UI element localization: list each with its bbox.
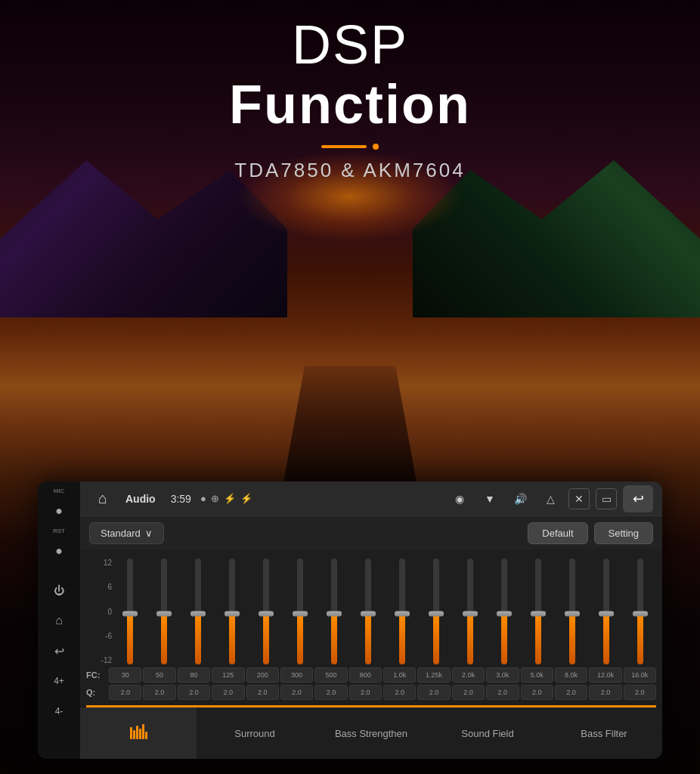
mic-btn[interactable]: ● — [45, 497, 73, 525]
home-icon-btn[interactable]: ⌂ — [89, 485, 116, 512]
fc-cells: 3050801252003005008001.0k1.25k2.0k3.0k5.… — [109, 667, 656, 683]
slider-track-1 — [161, 559, 167, 664]
slider-handle-12[interactable] — [531, 611, 546, 616]
svg-rect-4 — [142, 724, 144, 739]
volume-icon[interactable]: 🔊 — [508, 487, 532, 511]
tab-bass-filter[interactable]: Bass Filter — [546, 707, 662, 759]
q-cell-4[interactable]: 2.0 — [246, 685, 279, 700]
q-cell-7[interactable]: 2.0 — [349, 685, 382, 700]
q-cell-9[interactable]: 2.0 — [417, 685, 450, 700]
tab-bass-strengthen[interactable]: Bass Strengthen — [313, 707, 429, 759]
fc-cell-14[interactable]: 12.0k — [589, 667, 621, 683]
q-cell-5[interactable]: 2.0 — [280, 685, 313, 700]
scale-neg6: -6 — [94, 632, 112, 640]
slider-handle-14[interactable] — [599, 611, 614, 616]
back-sidebar-btn[interactable]: ↩ — [45, 637, 73, 664]
fc-cell-7[interactable]: 800 — [349, 667, 382, 683]
fc-cell-12[interactable]: 5.0k — [521, 667, 553, 683]
q-cell-0[interactable]: 2.0 — [109, 685, 141, 700]
tab-surround[interactable]: Surround — [197, 707, 313, 759]
slider-band-12[interactable] — [522, 559, 554, 664]
slider-band-14[interactable] — [590, 559, 622, 664]
slider-band-9[interactable] — [420, 559, 452, 664]
slider-fill-13 — [569, 614, 575, 664]
q-cell-6[interactable]: 2.0 — [314, 685, 347, 700]
fc-cell-1[interactable]: 50 — [143, 667, 175, 683]
slider-band-11[interactable] — [488, 559, 520, 664]
fc-cell-8[interactable]: 1.0k — [383, 667, 416, 683]
slider-handle-4[interactable] — [259, 611, 274, 616]
q-cell-10[interactable]: 2.0 — [452, 685, 485, 700]
fc-cell-9[interactable]: 1.25k — [417, 667, 450, 683]
slider-handle-15[interactable] — [633, 611, 648, 616]
fc-cell-6[interactable]: 500 — [314, 667, 347, 683]
slider-track-5 — [297, 559, 303, 664]
slider-band-10[interactable] — [454, 559, 486, 664]
rst-btn[interactable]: ● — [45, 537, 73, 565]
slider-handle-1[interactable] — [156, 611, 172, 616]
header-section: DSP Function TDA7850 & AKM7604 — [0, 15, 700, 182]
slider-band-6[interactable] — [317, 559, 350, 664]
fc-cell-2[interactable]: 80 — [178, 667, 210, 683]
q-cell-3[interactable]: 2.0 — [212, 685, 244, 700]
slider-handle-8[interactable] — [395, 611, 410, 616]
setting-btn[interactable]: Setting — [594, 522, 653, 544]
slider-fill-2 — [195, 614, 201, 664]
q-cell-12[interactable]: 2.0 — [521, 685, 553, 700]
slider-handle-10[interactable] — [463, 611, 478, 616]
fc-cell-4[interactable]: 200 — [246, 667, 279, 683]
vol-down-btn[interactable]: 4- — [45, 698, 73, 725]
vol-up-btn[interactable]: 4+ — [45, 667, 73, 695]
location-icon[interactable]: ◉ — [448, 487, 472, 511]
slider-handle-0[interactable] — [122, 611, 138, 616]
power-btn[interactable]: ⏻ — [45, 577, 73, 604]
dropdown-icon[interactable]: ▼ — [478, 487, 502, 511]
tab-sound-field[interactable]: Sound Field — [429, 707, 546, 759]
slider-track-10 — [467, 559, 473, 664]
fc-cell-10[interactable]: 2.0k — [452, 667, 485, 683]
slider-track-4 — [263, 559, 269, 664]
slider-handle-7[interactable] — [361, 611, 376, 616]
slider-handle-9[interactable] — [429, 611, 444, 616]
slider-handle-2[interactable] — [190, 611, 206, 616]
preset-dropdown[interactable]: Standard ∨ — [89, 522, 164, 544]
sound-field-label: Sound Field — [461, 728, 513, 739]
slider-band-5[interactable] — [283, 559, 316, 664]
slider-handle-11[interactable] — [497, 611, 512, 616]
slider-handle-5[interactable] — [293, 611, 308, 616]
tab-eq[interactable] — [80, 707, 197, 759]
home-sidebar-btn[interactable]: ⌂ — [45, 607, 73, 634]
q-cell-11[interactable]: 2.0 — [486, 685, 519, 700]
slider-band-1[interactable] — [147, 559, 180, 664]
q-cell-15[interactable]: 2.0 — [624, 685, 656, 700]
slider-band-2[interactable] — [181, 559, 214, 664]
slider-band-3[interactable] — [215, 559, 248, 664]
slider-band-8[interactable] — [386, 559, 418, 664]
fc-cell-5[interactable]: 300 — [280, 667, 313, 683]
q-cell-14[interactable]: 2.0 — [589, 685, 621, 700]
slider-band-15[interactable] — [624, 559, 656, 664]
slider-handle-13[interactable] — [565, 611, 580, 616]
slider-band-7[interactable] — [352, 559, 384, 664]
fc-cell-13[interactable]: 8.0k — [555, 667, 587, 683]
fc-cell-11[interactable]: 3.0k — [486, 667, 519, 683]
q-cell-1[interactable]: 2.0 — [143, 685, 175, 700]
default-btn[interactable]: Default — [528, 522, 587, 544]
eject-icon[interactable]: △ — [538, 487, 562, 511]
window-icon[interactable]: ▭ — [596, 488, 617, 509]
slider-band-13[interactable] — [556, 559, 588, 664]
slider-band-0[interactable] — [113, 559, 146, 664]
q-cell-8[interactable]: 2.0 — [383, 685, 416, 700]
close-icon[interactable]: ✕ — [568, 488, 590, 509]
slider-fill-12 — [535, 614, 541, 664]
fc-cell-15[interactable]: 16.0k — [624, 667, 656, 683]
q-cell-13[interactable]: 2.0 — [555, 685, 587, 700]
slider-band-4[interactable] — [249, 559, 282, 664]
slider-handle-6[interactable] — [327, 611, 342, 616]
fc-cell-3[interactable]: 125 — [212, 667, 244, 683]
q-cell-2[interactable]: 2.0 — [178, 685, 210, 700]
fc-cell-0[interactable]: 30 — [109, 667, 141, 683]
slider-track-14 — [603, 559, 609, 664]
back-btn[interactable]: ↩ — [623, 485, 653, 512]
slider-handle-3[interactable] — [225, 611, 240, 616]
